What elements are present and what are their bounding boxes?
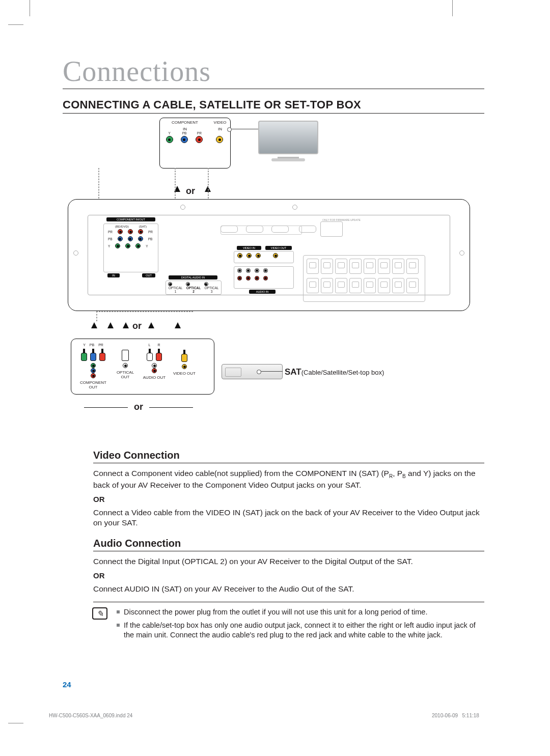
section-title: CONNECTING A CABLE, SATELLITE OR SET-TOP… xyxy=(63,98,484,114)
or-text: or xyxy=(186,186,195,197)
rcv-component-label: COMPONENT IN/OUT xyxy=(106,217,155,221)
rcv-audio-in-label: AUDIO IN xyxy=(249,290,276,294)
speaker-out-block xyxy=(303,255,425,302)
rca-y-icon xyxy=(81,349,87,361)
page-number: 24 xyxy=(63,680,71,689)
rca-video-icon xyxy=(181,350,187,362)
settop-box-icon xyxy=(222,364,283,379)
jack-y-icon xyxy=(166,136,173,143)
rcv-digital-audio-label: DIGITAL AUDIO IN xyxy=(169,275,217,279)
video-label: VIDEO xyxy=(210,120,230,125)
arrow-up-icon xyxy=(123,322,129,328)
tv-icon xyxy=(255,120,321,163)
av-receiver-rear: COMPONENT IN/OUT (BD/DVD) (SAT) PRPR PBP… xyxy=(68,199,470,311)
footer-file: HW-C500-C560S-XAA_0609.indd 24 xyxy=(49,713,132,718)
audio-p2: Connect AUDIO IN (SAT) on your AV Receiv… xyxy=(93,584,484,595)
jack-pr-icon xyxy=(196,136,203,143)
jack-video-icon xyxy=(216,136,223,143)
sat-callout-line xyxy=(259,371,283,372)
sat-output-panel: YPBPR COMPONENT OUT OPTICAL OUT LR xyxy=(71,339,214,395)
sat-component-out-label: COMPONENT OUT xyxy=(75,380,111,389)
component-label: COMPONENT xyxy=(160,120,210,125)
jack-video-icon xyxy=(182,364,187,369)
sat-video-out-label: VIDEO OUT xyxy=(173,371,196,376)
rca-l-icon xyxy=(147,349,153,361)
rcv-video-in-label: VIDEO IN xyxy=(237,246,261,250)
rcv-out-label: OUT xyxy=(142,273,155,277)
audio-or: OR xyxy=(93,571,484,580)
sat-label-bold: SAT xyxy=(285,367,301,377)
video-connection-title: Video Connection xyxy=(93,450,484,463)
sat-label-paren: (Cable/Satellite/Set-top box) xyxy=(301,369,384,376)
or-text: or xyxy=(132,321,142,331)
tv-input-panel: COMPONENT IN Y PB PR VIDEO IN xyxy=(159,118,231,169)
audio-connection-title: Audio Connection xyxy=(93,538,484,551)
video-p1: Connect a Component video cable(not supp… xyxy=(93,468,484,491)
y-label: Y xyxy=(168,131,170,135)
rcv-sat-label: (SAT) xyxy=(139,225,147,228)
rcv-bddvd-label: (BD/DVD) xyxy=(115,225,129,228)
note-1: Disconnect the power plug from the outle… xyxy=(117,607,484,618)
jack-pb-icon xyxy=(181,136,188,143)
note-icon: ✎ xyxy=(92,607,107,620)
connection-diagram: COMPONENT IN Y PB PR VIDEO IN TV xyxy=(68,120,489,440)
sat-optical-out-label: OPTICAL OUT xyxy=(115,370,135,379)
arrow-up-icon xyxy=(148,322,154,328)
rca-pr-icon xyxy=(99,349,105,361)
arrow-up-icon xyxy=(91,322,97,328)
arrow-up-icon xyxy=(107,322,114,328)
chapter-title: Connections xyxy=(63,55,484,89)
sat-audio-out-label: AUDIO OUT xyxy=(143,375,166,380)
component-in-label: IN xyxy=(160,127,210,131)
note-2: If the cable/set-top box has only one au… xyxy=(117,621,484,640)
notes-section: ✎ Disconnect the power plug from the out… xyxy=(93,602,484,640)
optical-plug-icon xyxy=(122,350,129,361)
video-or: OR xyxy=(93,495,484,503)
rca-pb-icon xyxy=(90,349,96,361)
sat-label: SAT(Cable/Satellite/Set-top box) xyxy=(285,367,384,377)
or-text: or xyxy=(134,402,143,412)
rca-r-icon xyxy=(156,349,162,361)
pr-label: PR xyxy=(197,131,202,135)
jack-optical-icon xyxy=(123,363,128,368)
pb-label: PB xyxy=(182,131,187,135)
footer-datetime: 2010-06-09 5:11:18 xyxy=(432,713,479,718)
arrow-up-icon xyxy=(175,322,181,328)
rcv-in-label: IN xyxy=(107,273,120,277)
video-p2: Connect a Video cable from the VIDEO IN … xyxy=(93,508,484,529)
audio-p1: Connect the Digital Input (OPTICAL 2) on… xyxy=(93,556,484,567)
rcv-video-out-label: VIDEO OUT xyxy=(265,246,292,250)
